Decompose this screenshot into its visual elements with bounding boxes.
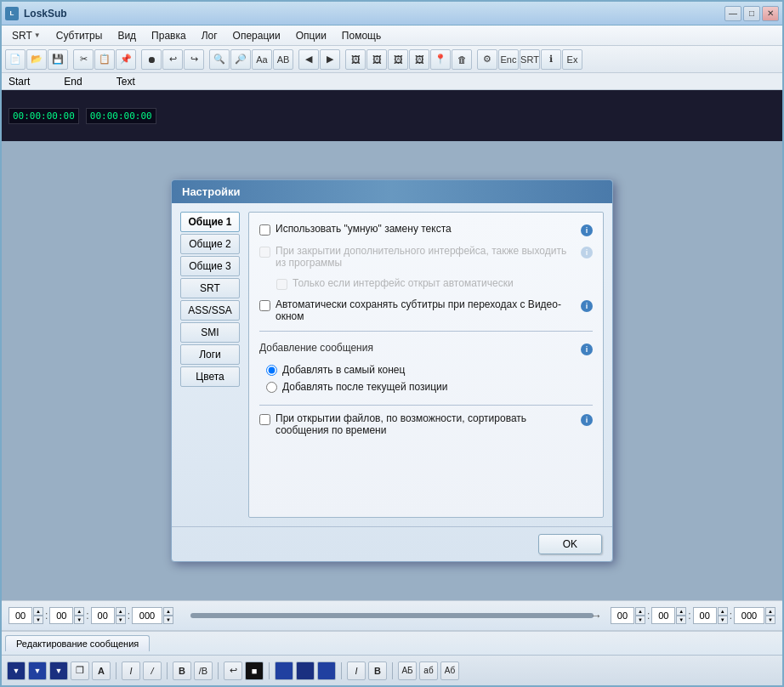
settings-tab-colors[interactable]: Цвета xyxy=(180,366,240,387)
radio-add-end[interactable] xyxy=(266,365,277,376)
italic-2-btn[interactable]: / xyxy=(143,661,162,680)
spin-dn-ms1[interactable]: ▼ xyxy=(163,616,173,624)
spin-up-ms2[interactable]: ▲ xyxy=(765,607,775,616)
font-format-btn[interactable]: A xyxy=(92,661,111,680)
spin-up-h1[interactable]: ▲ xyxy=(33,607,43,616)
info-smart-replace[interactable]: i xyxy=(581,224,593,236)
settings-tab-general3[interactable]: Общие 3 xyxy=(180,256,240,276)
time-input-h1[interactable] xyxy=(9,607,32,624)
menu-srt[interactable]: SRT ▼ xyxy=(5,28,48,43)
info-add-message[interactable]: i xyxy=(581,344,593,355)
tb-find[interactable]: 🔍 xyxy=(209,49,230,70)
tb-srt[interactable]: SRT xyxy=(520,49,540,70)
tb-open[interactable]: 📂 xyxy=(26,49,47,70)
color-btn-1[interactable]: ▼ xyxy=(7,661,26,680)
spin-dn-s2[interactable]: ▼ xyxy=(718,616,728,624)
settings-tab-srt[interactable]: SRT xyxy=(180,278,240,298)
menu-operations[interactable]: Операции xyxy=(226,28,287,43)
black-square-btn[interactable]: ■ xyxy=(245,661,264,680)
settings-tab-general2[interactable]: Общие 2 xyxy=(180,234,240,254)
spin-dn-m1[interactable]: ▼ xyxy=(74,616,84,624)
settings-tab-general1[interactable]: Общие 1 xyxy=(180,212,240,232)
spin-up-m1[interactable]: ▲ xyxy=(74,607,84,616)
spin-dn-ms2[interactable]: ▼ xyxy=(765,616,775,624)
spin-up-s2[interactable]: ▲ xyxy=(718,607,728,616)
spin-up-h2[interactable]: ▲ xyxy=(635,607,645,616)
time-input-ms1[interactable] xyxy=(132,607,162,624)
italic-3-btn[interactable]: I xyxy=(347,661,366,680)
time-input-s2[interactable] xyxy=(693,607,717,624)
tb-fwd[interactable]: ▶ xyxy=(320,49,340,70)
format-box-btn[interactable]: ❒ xyxy=(71,661,89,680)
close-button[interactable]: ✕ xyxy=(762,6,779,21)
tb-abc[interactable]: Aa xyxy=(252,49,272,70)
tb-img3[interactable]: 🖼 xyxy=(388,49,408,70)
undo-format-btn[interactable]: ↩ xyxy=(224,661,242,680)
time-input-m2[interactable] xyxy=(651,607,675,624)
bold-off-btn[interactable]: /B xyxy=(194,661,213,680)
checkbox-auto-save[interactable] xyxy=(259,300,270,311)
info-file-sort[interactable]: i xyxy=(581,414,593,426)
menu-view[interactable]: Вид xyxy=(111,28,143,43)
tb-paste[interactable]: 📌 xyxy=(116,49,136,70)
spin-up-s1[interactable]: ▲ xyxy=(116,607,126,616)
tb-export[interactable]: Ex xyxy=(562,49,582,70)
checkbox-file-sort[interactable] xyxy=(259,414,270,425)
tb-pin[interactable]: 📍 xyxy=(430,49,451,70)
spin-up-m2[interactable]: ▲ xyxy=(676,607,686,616)
tb-del[interactable]: 🗑 xyxy=(452,49,472,70)
color-btn-6[interactable] xyxy=(317,661,336,680)
tb-find2[interactable]: 🔎 xyxy=(230,49,251,70)
tb-record[interactable]: ⏺ xyxy=(141,49,162,70)
tb-info[interactable]: ℹ xyxy=(541,49,561,70)
menu-log[interactable]: Лог xyxy=(195,28,224,43)
menu-subtitles[interactable]: Субтитры xyxy=(49,28,110,43)
bold-3-btn[interactable]: B xyxy=(368,661,387,680)
tb-new[interactable]: 📄 xyxy=(5,49,26,70)
color-btn-2[interactable]: ▼ xyxy=(28,661,47,680)
maximize-button[interactable]: □ xyxy=(743,6,760,21)
spin-dn-s1[interactable]: ▼ xyxy=(116,616,126,624)
radio-add-after[interactable] xyxy=(266,382,277,393)
menu-edit[interactable]: Правка xyxy=(145,28,193,43)
message-editor-tab[interactable]: Редактирование сообщения xyxy=(5,635,150,651)
tb-settings[interactable]: ⚙ xyxy=(477,49,497,70)
info-close-exit[interactable]: i xyxy=(581,247,593,258)
ok-button[interactable]: OK xyxy=(538,534,602,554)
menu-help[interactable]: Помощь xyxy=(335,28,388,43)
tb-redo[interactable]: ↪ xyxy=(184,49,204,70)
tb-copy[interactable]: 📋 xyxy=(94,49,115,70)
tb-abc2[interactable]: AB xyxy=(273,49,293,70)
bold-on-btn[interactable]: B xyxy=(173,661,191,680)
color-btn-3[interactable]: ▼ xyxy=(49,661,68,680)
tb-img4[interactable]: 🖼 xyxy=(409,49,429,70)
tb-back[interactable]: ◀ xyxy=(298,49,319,70)
tb-img[interactable]: 🖼 xyxy=(345,49,366,70)
checkbox-only-if-open[interactable] xyxy=(276,279,287,290)
checkbox-close-exit[interactable] xyxy=(259,247,270,258)
ab-lower-btn[interactable]: аб xyxy=(419,661,438,680)
tb-enc[interactable]: Enc xyxy=(498,49,519,70)
time-input-ms2[interactable] xyxy=(734,607,764,624)
tb-undo[interactable]: ↩ xyxy=(162,49,183,70)
settings-tab-assssa[interactable]: ASS/SSA xyxy=(180,300,240,321)
minimize-button[interactable]: — xyxy=(724,6,741,21)
tb-cut[interactable]: ✂ xyxy=(73,49,94,70)
color-btn-4[interactable] xyxy=(275,661,293,680)
tb-save[interactable]: 💾 xyxy=(48,49,68,70)
timeline-slider[interactable]: → xyxy=(190,613,594,618)
ab-upper-btn[interactable]: АБ xyxy=(398,661,417,680)
spin-dn-h2[interactable]: ▼ xyxy=(635,616,645,624)
tb-img2[interactable]: 🖼 xyxy=(366,49,387,70)
spin-up-ms1[interactable]: ▲ xyxy=(163,607,173,616)
time-input-h2[interactable] xyxy=(611,607,634,624)
menu-options[interactable]: Опции xyxy=(289,28,333,43)
settings-tab-logs[interactable]: Логи xyxy=(180,344,240,365)
italic-1-btn[interactable]: I xyxy=(122,661,140,680)
info-auto-save[interactable]: i xyxy=(581,300,593,312)
settings-tab-smi[interactable]: SMI xyxy=(180,322,240,343)
spin-dn-m2[interactable]: ▼ xyxy=(676,616,686,624)
color-btn-5[interactable] xyxy=(296,661,315,680)
time-input-s1[interactable] xyxy=(91,607,115,624)
checkbox-smart-replace[interactable] xyxy=(259,224,270,236)
